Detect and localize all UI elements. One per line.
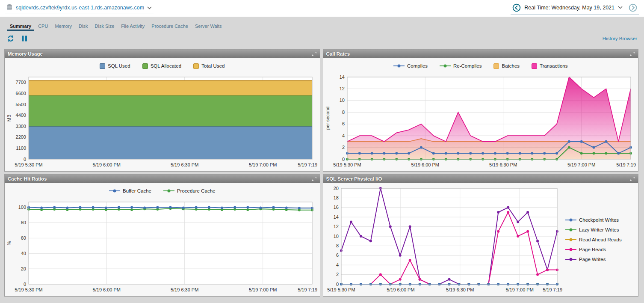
server-icon	[6, 4, 13, 12]
legend-item-checkpoint-writes[interactable]: Checkpoint Writes	[565, 217, 619, 223]
legend-swatch-line-dot	[565, 257, 576, 261]
cache-hit-ratios-svg: 5/19 5:30 PM5/19 6:00 PM5/19 6:30 PM5/19…	[6, 198, 319, 295]
legend-item-procedure-cache[interactable]: Procedure Cache	[163, 188, 216, 193]
svg-text:5/19 6:00 PM: 5/19 6:00 PM	[93, 287, 121, 292]
server-selector[interactable]: sqldevrds.czvftek9yrdx.us-east-1.rds.ama…	[5, 3, 154, 14]
svg-text:5/19 6:30 PM: 5/19 6:30 PM	[171, 162, 198, 167]
legend-swatch-line-dot	[440, 64, 451, 68]
legend-label: Page Reads	[579, 247, 606, 252]
pause-button[interactable]	[21, 35, 27, 42]
svg-text:5/19 6:00 PM: 5/19 6:00 PM	[411, 162, 439, 167]
svg-text:5/19 5:30 PM: 5/19 5:30 PM	[15, 287, 42, 292]
tab-bar: Summary CPU Memory Disk Disk Size File A…	[0, 17, 644, 31]
memory-usage-svg: 5/19 5:30 PM5/19 6:00 PM5/19 6:30 PM5/19…	[6, 73, 319, 170]
svg-text:5/19 7:00 PM: 5/19 7:00 PM	[505, 287, 533, 292]
svg-text:0: 0	[24, 157, 26, 162]
legend-memory-usage: SQL UsedSQL AllocatedTotal Used	[6, 59, 319, 73]
collapse-panel-icon[interactable]	[312, 176, 317, 181]
app-root: sqldevrds.czvftek9yrdx.us-east-1.rds.ama…	[0, 0, 644, 297]
legend-item-batches[interactable]: Batches	[493, 63, 520, 69]
panel-header: Memory Usage	[5, 50, 320, 58]
svg-text:14: 14	[339, 74, 344, 80]
realtime-control: Real Time: Wednesday, May 19, 2021	[511, 3, 639, 15]
svg-text:6: 6	[336, 253, 338, 258]
svg-text:5500: 5500	[16, 102, 26, 107]
panel-header: Call Rates	[323, 50, 638, 58]
panel-header: SQL Server Physical I/O	[323, 175, 638, 183]
collapse-panel-icon[interactable]	[630, 51, 635, 56]
legend-label: Batches	[502, 63, 520, 68]
tab-file-activity[interactable]: File Activity	[118, 21, 148, 31]
legend-item-sql-used[interactable]: SQL Used	[100, 63, 130, 69]
svg-text:20: 20	[21, 266, 26, 271]
legend-item-page-writes[interactable]: Page Writes	[565, 257, 606, 262]
legend-swatch-line-dot	[565, 238, 576, 242]
tab-disk-size[interactable]: Disk Size	[92, 21, 118, 31]
legend-item-sql-allocated[interactable]: SQL Allocated	[142, 63, 181, 69]
svg-text:4: 4	[336, 262, 338, 267]
svg-text:5/19 7:00 PM: 5/19 7:00 PM	[249, 162, 277, 167]
legend-item-read-ahead-reads[interactable]: Read Ahead Reads	[565, 237, 622, 242]
tab-memory[interactable]: Memory	[52, 21, 75, 31]
chevron-down-icon[interactable]	[618, 6, 623, 9]
collapse-panel-icon[interactable]	[312, 51, 317, 56]
physical-io-chart: 5/19 5:30 PM5/19 6:00 PM5/19 6:30 PM5/19…	[324, 184, 564, 295]
legend-swatch-line-dot	[565, 228, 576, 232]
legend-item-total-used[interactable]: Total Used	[193, 63, 225, 69]
call-rates-chart: 5/19 5:30 PM5/19 6:00 PM5/19 6:30 PM5/19…	[324, 73, 638, 170]
svg-text:5/19 5:30 PM: 5/19 5:30 PM	[327, 287, 355, 292]
panel-title: SQL Server Physical I/O	[326, 176, 382, 181]
legend-item-re-compiles[interactable]: Re-Compiles	[440, 63, 482, 68]
svg-text:12: 12	[333, 224, 338, 229]
svg-text:5/19 7:19: 5/19 7:19	[543, 287, 562, 292]
legend-physical-io: Checkpoint WritesLazy Writer WritesRead …	[564, 184, 637, 295]
tab-server-waits[interactable]: Server Waits	[192, 21, 225, 31]
legend-label: Buffer Cache	[123, 188, 151, 193]
svg-text:5/19 6:00 PM: 5/19 6:00 PM	[387, 287, 414, 292]
legend-swatch-line-dot	[565, 247, 576, 252]
tab-procedure-cache[interactable]: Procedure Cache	[148, 21, 191, 31]
svg-text:5/19 6:00 PM: 5/19 6:00 PM	[93, 162, 121, 167]
svg-text:8: 8	[336, 243, 338, 248]
history-back-button[interactable]	[512, 3, 521, 12]
legend-cache-hit-ratios: Buffer CacheProcedure Cache	[6, 184, 319, 198]
chevron-down-icon[interactable]	[147, 6, 152, 9]
tab-disk[interactable]: Disk	[76, 21, 91, 31]
legend-label: Total Used	[201, 63, 225, 68]
svg-text:5/19 7:19: 5/19 7:19	[298, 287, 317, 292]
panel-title: Cache Hit Ratios	[8, 176, 47, 181]
svg-text:5/19 7:00 PM: 5/19 7:00 PM	[249, 287, 277, 292]
tab-summary[interactable]: Summary	[7, 21, 34, 31]
tab-cpu[interactable]: CPU	[35, 21, 51, 31]
panel-body: Buffer CacheProcedure Cache 5/19 5:30 PM…	[5, 183, 320, 296]
legend-item-compiles[interactable]: Compiles	[393, 63, 428, 68]
legend-swatch-line-dot	[565, 218, 576, 222]
svg-text:12: 12	[339, 86, 344, 91]
legend-label: Lazy Writer Writes	[579, 227, 619, 232]
svg-text:10: 10	[339, 98, 344, 103]
svg-text:16: 16	[333, 205, 338, 210]
legend-swatch-square	[100, 63, 105, 69]
legend-item-transactions[interactable]: Transactions	[532, 63, 567, 69]
legend-item-page-reads[interactable]: Page Reads	[565, 247, 606, 252]
server-name[interactable]: sqldevrds.czvftek9yrdx.us-east-1.rds.ama…	[16, 5, 144, 11]
legend-swatch-line-dot	[109, 189, 120, 193]
legend-swatch-square	[193, 63, 199, 69]
legend-label: SQL Allocated	[151, 63, 181, 68]
svg-text:5/19 6:30 PM: 5/19 6:30 PM	[446, 287, 474, 292]
history-forward-button[interactable]	[629, 3, 637, 12]
svg-text:5/19 5:30 PM: 5/19 5:30 PM	[333, 162, 361, 167]
svg-text:2: 2	[342, 145, 344, 150]
legend-item-lazy-writer-writes[interactable]: Lazy Writer Writes	[565, 227, 619, 232]
history-browser-link[interactable]: History Browser	[603, 36, 637, 41]
legend-label: Compiles	[407, 63, 428, 68]
legend-label: SQL Used	[108, 63, 130, 68]
svg-text:0: 0	[24, 282, 26, 287]
svg-text:4400: 4400	[16, 113, 26, 118]
collapse-panel-icon[interactable]	[630, 176, 635, 181]
refresh-button[interactable]	[7, 35, 15, 42]
physical-io-svg: 5/19 5:30 PM5/19 6:00 PM5/19 6:30 PM5/19…	[324, 184, 564, 295]
legend-item-buffer-cache[interactable]: Buffer Cache	[109, 188, 151, 193]
panel-body: SQL UsedSQL AllocatedTotal Used 5/19 5:3…	[5, 58, 320, 171]
panel-body: 5/19 5:30 PM5/19 6:00 PM5/19 6:30 PM5/19…	[323, 183, 638, 296]
